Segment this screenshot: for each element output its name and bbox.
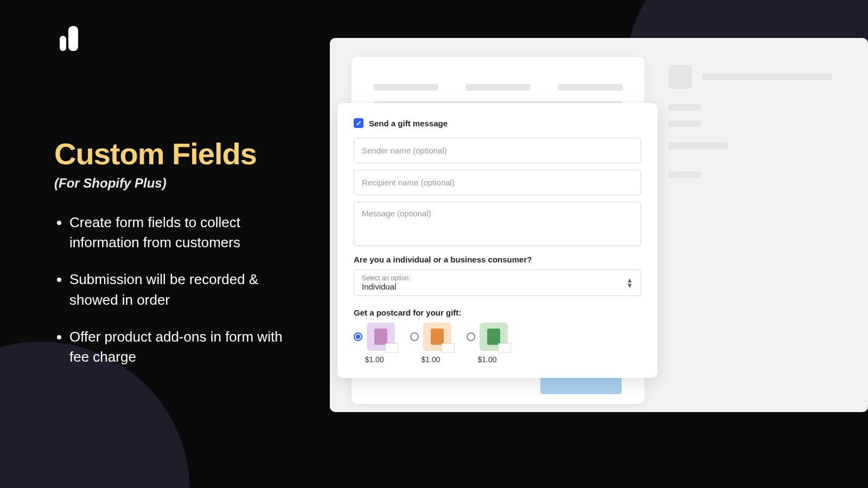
recipient-name-input[interactable]: Recipient name (optional) bbox=[354, 170, 641, 195]
skeleton-line bbox=[668, 104, 701, 111]
gift-message-toggle[interactable]: ✓ Send a gift message bbox=[354, 118, 641, 128]
gift-message-textarea[interactable]: Message (optional) bbox=[354, 202, 641, 246]
postcard-price: $1.00 bbox=[421, 355, 440, 364]
skeleton-line bbox=[702, 74, 832, 80]
select-hint: Select an option: bbox=[362, 274, 410, 282]
postcard-option[interactable]: $1.00 bbox=[410, 323, 451, 364]
postcard-thumbnail bbox=[480, 323, 508, 351]
postcard-options: $1.00 $1.00 $1.00 bbox=[354, 323, 641, 364]
subheadline: (For Shopify Plus) bbox=[54, 176, 298, 191]
postcard-question: Get a postcard for your gift: bbox=[354, 308, 641, 317]
postcard-thumbnail bbox=[367, 323, 395, 351]
feature-item: Offer product add-ons in form with fee c… bbox=[69, 327, 298, 368]
postcard-option[interactable]: $1.00 bbox=[467, 323, 508, 364]
radio-unselected-icon bbox=[410, 332, 419, 341]
logo-bar-large bbox=[68, 26, 78, 51]
headline: Custom Fields bbox=[54, 138, 298, 170]
skeleton-line bbox=[668, 120, 701, 127]
postcard-price: $1.00 bbox=[365, 355, 384, 364]
skeleton-line bbox=[465, 84, 531, 91]
skeleton-line bbox=[668, 171, 701, 178]
marketing-copy: Custom Fields (For Shopify Plus) Create … bbox=[54, 138, 298, 384]
radio-selected-icon bbox=[354, 332, 362, 341]
postcard-thumbnail bbox=[423, 323, 451, 351]
consumer-type-select[interactable]: Select an option: Individual ▲▼ bbox=[354, 269, 641, 296]
app-logo bbox=[60, 26, 78, 51]
custom-fields-form: ✓ Send a gift message Sender name (optio… bbox=[337, 103, 658, 378]
consumer-type-question: Are you a individual or a business consu… bbox=[354, 255, 641, 264]
order-summary-skeleton bbox=[668, 65, 853, 178]
skeleton-line bbox=[373, 84, 438, 91]
feature-item: Submission will be recorded & showed in … bbox=[69, 269, 298, 310]
feature-item: Create form fields to collect informatio… bbox=[69, 213, 298, 253]
skeleton-line bbox=[558, 84, 623, 91]
select-value: Individual bbox=[362, 282, 410, 291]
mockup-stage: ✓ Send a gift message Sender name (optio… bbox=[330, 38, 868, 412]
skeleton-line bbox=[668, 142, 728, 150]
skeleton-thumb bbox=[668, 65, 692, 89]
checkbox-checked-icon: ✓ bbox=[354, 118, 363, 128]
checkbox-label: Send a gift message bbox=[369, 119, 448, 128]
sender-name-input[interactable]: Sender name (optional) bbox=[354, 138, 641, 163]
feature-list: Create form fields to collect informatio… bbox=[54, 213, 298, 368]
radio-unselected-icon bbox=[467, 332, 475, 341]
postcard-price: $1.00 bbox=[477, 355, 496, 364]
logo-bar-small bbox=[60, 36, 66, 51]
chevron-updown-icon: ▲▼ bbox=[626, 278, 633, 287]
postcard-option[interactable]: $1.00 bbox=[354, 323, 395, 364]
